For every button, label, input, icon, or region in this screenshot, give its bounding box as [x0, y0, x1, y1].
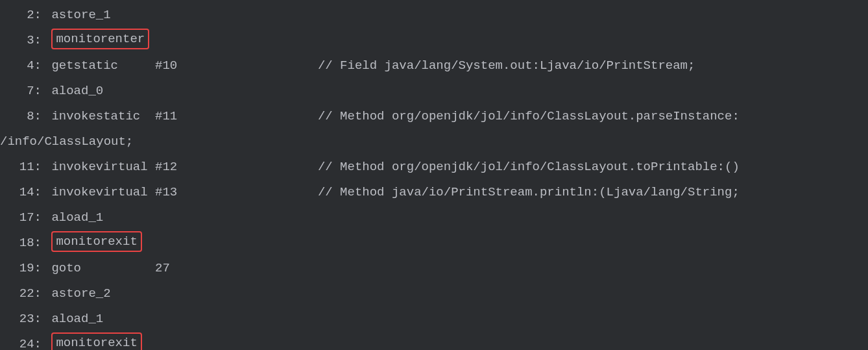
opcode: goto [51, 256, 81, 281]
bytecode-offset: 3: [0, 28, 44, 53]
bytecode-offset: 14: [0, 180, 44, 205]
bytecode-line: 7: aload_0 [0, 79, 868, 104]
highlighted-opcode: monitorenter [51, 29, 149, 49]
opcode: astore_2 [51, 281, 110, 306]
bytecode-line: /info/ClassLayout; [0, 129, 868, 155]
bytecode-offset: 17: [0, 205, 44, 231]
bytecode-line: 17: aload_1 [0, 205, 868, 231]
opcode: invokestatic [51, 104, 140, 129]
bytecode-line: 2: astore_1 [0, 3, 868, 28]
opcode: aload_1 [51, 306, 103, 332]
comment: // Method org/openjdk/jol/info/ClassLayo… [318, 104, 740, 129]
operand: 27 [155, 256, 170, 281]
operand: #10 [155, 53, 177, 79]
bytecode-line: 14: invokevirtual #13 // Method java/io/… [0, 180, 868, 205]
bytecode-line: 22: astore_2 [0, 281, 868, 306]
operand: #11 [155, 104, 177, 129]
operand: #13 [155, 180, 177, 205]
bytecode-line: 4: getstatic #10 // Field java/lang/Syst… [0, 53, 868, 79]
highlighted-opcode: monitorexit [51, 231, 141, 252]
bytecode-offset: 11: [0, 155, 44, 180]
bytecode-offset: 18: [0, 231, 44, 256]
bytecode-line: 19: goto 27 [0, 256, 868, 281]
bytecode-line: 18: monitorexit [0, 231, 868, 256]
wrapped-continuation: /info/ClassLayout; [0, 134, 133, 149]
comment: // Method org/openjdk/jol/info/ClassLayo… [318, 155, 740, 180]
bytecode-line: 23: aload_1 [0, 306, 868, 332]
bytecode-line: 11: invokevirtual #12 // Method org/open… [0, 155, 868, 180]
opcode: astore_1 [51, 3, 110, 28]
comment: // Field java/lang/System.out:Ljava/io/P… [318, 53, 695, 79]
operand: #12 [155, 155, 177, 180]
bytecode-offset: 2: [0, 3, 44, 28]
bytecode-offset: 23: [0, 306, 44, 332]
bytecode-line: 8: invokestatic #11 // Method org/openjd… [0, 104, 868, 129]
opcode: getstatic [51, 53, 118, 79]
bytecode-offset: 4: [0, 53, 44, 79]
opcode: aload_1 [51, 205, 103, 231]
opcode: invokevirtual [51, 155, 147, 180]
bytecode-line: 24: monitorexit [0, 332, 868, 350]
opcode: invokevirtual [51, 180, 147, 205]
bytecode-offset: 8: [0, 104, 44, 129]
bytecode-line: 3: monitorenter [0, 28, 868, 53]
bytecode-offset: 19: [0, 256, 44, 281]
bytecode-offset: 22: [0, 281, 44, 306]
opcode: aload_0 [51, 79, 103, 104]
bytecode-offset: 7: [0, 79, 44, 104]
bytecode-offset: 24: [0, 332, 44, 350]
comment: // Method java/io/PrintStream.println:(L… [318, 180, 740, 205]
highlighted-opcode: monitorexit [51, 332, 141, 350]
bytecode-listing: 2: astore_13: monitorenter4: getstatic #… [0, 3, 868, 350]
